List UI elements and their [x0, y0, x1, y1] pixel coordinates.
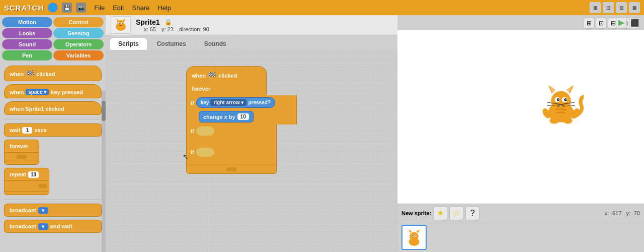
svg-point-19 — [566, 99, 567, 100]
block-broadcast[interactable]: broadcast ▾ — [4, 204, 102, 217]
sprite-x: 65 — [150, 26, 156, 32]
window-btn-2[interactable]: ⊡ — [603, 2, 614, 13]
stage-toolbar: ⊞ ⊡ ⊟ ⊠ ▶ ⬛ — [397, 15, 644, 30]
cat-motion[interactable]: Motion — [2, 17, 52, 27]
block-and-wait-label: and wait — [50, 223, 72, 229]
camera-icon[interactable]: 📷 — [76, 3, 86, 13]
block-key-input[interactable]: space ▾ — [26, 89, 49, 95]
block-broadcast-label: broadcast — [10, 207, 36, 213]
block-clicked-label: clicked — [36, 71, 55, 77]
block-key-label: key pressed — [51, 89, 83, 95]
block-if-empty-canvas[interactable]: if — [186, 124, 277, 137]
menu-edit[interactable]: Edit — [113, 4, 124, 12]
y-label: y: — [162, 26, 166, 32]
block-sprite-clicked[interactable]: when Sprite1 clicked — [4, 101, 102, 115]
green-flag-button[interactable]: ▶ — [616, 17, 627, 28]
surprise-button[interactable]: ? — [465, 206, 479, 220]
cat-looks[interactable]: Looks — [2, 28, 52, 38]
main-layout: Motion Control Looks Sensing Sound Opera… — [0, 15, 644, 252]
cat-operators[interactable]: Operators — [53, 39, 104, 49]
sprite-thumbnail — [111, 16, 131, 34]
if3-label: if — [191, 149, 194, 155]
script-area[interactable]: when 🏁 when 🏁 clicked clicked forever if — [106, 51, 397, 252]
view-btn-2[interactable]: ⊡ — [596, 18, 607, 29]
cat-sensing[interactable]: Sensing — [53, 28, 104, 38]
palette-divider-2 — [4, 199, 102, 200]
view-btn-1[interactable]: ⊞ — [584, 18, 595, 29]
empty-condition-slot — [196, 127, 214, 136]
block-forever[interactable]: forever — [4, 140, 39, 165]
condition-block[interactable]: key right arrow ▾ pressed? — [196, 97, 275, 108]
key-value-input[interactable]: right arrow ▾ — [210, 99, 247, 106]
window-controls: ⊞ ⊡ ⊟ ⊠ — [590, 2, 640, 13]
menu-bar: File Edit Share Help — [94, 4, 171, 12]
sprite-list-item-cat[interactable] — [401, 225, 427, 250]
canvas-when-label: when — [192, 73, 206, 79]
block-broadcast-wait[interactable]: broadcast ▾ and wait — [4, 220, 102, 233]
block-repeat-label: repeat — [10, 171, 26, 177]
block-repeat-val[interactable]: 10 — [28, 171, 39, 178]
sprite-list — [397, 222, 644, 252]
stop-button[interactable]: ⬛ — [629, 17, 640, 28]
block-when-key[interactable]: when space ▾ key pressed — [4, 84, 102, 98]
block-wait-val[interactable]: 1 — [22, 127, 32, 134]
block-broadcast-wait-input[interactable]: ▾ — [38, 223, 48, 230]
sprite-name: Sprite1 — [136, 18, 159, 26]
cat-sound[interactable]: Sound — [2, 39, 52, 49]
tab-sounds[interactable]: Sounds — [196, 37, 235, 50]
menu-share[interactable]: Share — [132, 4, 150, 12]
block-if-canvas[interactable]: if key right arrow ▾ pressed? — [186, 95, 297, 109]
window-btn-4[interactable]: ⊠ — [629, 2, 640, 13]
svg-point-16 — [557, 98, 559, 101]
block-when-clicked-canvas[interactable]: when 🏁 when 🏁 clicked clicked — [186, 66, 267, 82]
block-when-clicked-label: when — [10, 71, 24, 77]
cursor-icon: ↖ — [183, 153, 189, 161]
block-when-clicked[interactable]: when 🏁 clicked — [4, 66, 102, 81]
block-forever-canvas[interactable]: forever — [186, 82, 267, 95]
canvas-clicked-text: clicked — [218, 73, 237, 79]
cat-variables[interactable]: Variables — [53, 50, 104, 60]
pressed-label: pressed? — [248, 100, 270, 105]
block-inner-empty — [186, 137, 277, 146]
globe-icon[interactable]: 🌐 — [48, 3, 58, 13]
dir-label: direction: — [179, 26, 202, 32]
photo-star-button[interactable]: ☆ — [449, 206, 463, 220]
category-grid: Motion Control Looks Sensing Sound Opera… — [0, 15, 106, 62]
block-change-x[interactable]: change x by 10 — [186, 109, 297, 124]
svg-point-1 — [117, 20, 124, 27]
left-scrollbar[interactable] — [102, 91, 106, 252]
block-broadcast-input[interactable]: ▾ — [38, 207, 48, 214]
svg-point-35 — [416, 235, 417, 236]
change-x-val[interactable]: 10 — [237, 113, 249, 120]
tab-bar: Scripts Costumes Sounds — [106, 35, 397, 51]
block-when-label: when — [10, 89, 24, 95]
window-btn-1[interactable]: ⊞ — [590, 2, 601, 13]
right-panel: ⊞ ⊡ ⊟ ⊠ ▶ ⬛ — [397, 15, 644, 252]
paint-star-button[interactable]: ★ — [433, 206, 447, 220]
block-sprite-click-label: when Sprite1 clicked — [10, 106, 64, 112]
block-if-cursor[interactable]: if ↖ — [186, 146, 277, 158]
if-label: if — [191, 100, 194, 106]
stage-canvas[interactable] — [397, 30, 644, 204]
window-btn-3[interactable]: ⊟ — [616, 2, 627, 13]
script-stack-main: when 🏁 when 🏁 clicked clicked forever if — [186, 66, 297, 174]
block-inner-empty-2 — [186, 158, 277, 165]
cat-sprite — [538, 81, 584, 126]
stage-y: -70 — [632, 210, 640, 216]
sprite-list-cat-icon — [404, 227, 424, 247]
stage-status-bar: New sprite: ★ ☆ ? x: -617 y: -70 — [397, 204, 644, 222]
block-wait-label: wait — [10, 127, 20, 133]
save-icon[interactable]: 💾 — [62, 3, 72, 13]
empty-condition-slot-2 — [196, 148, 214, 157]
tab-costumes[interactable]: Costumes — [148, 37, 195, 50]
cat-pen[interactable]: Pen — [2, 50, 52, 60]
block-repeat[interactable]: repeat 10 — [4, 168, 49, 195]
cat-control[interactable]: Control — [53, 17, 104, 27]
menu-file[interactable]: File — [94, 4, 105, 12]
menu-help[interactable]: Help — [157, 4, 171, 12]
tab-scripts[interactable]: Scripts — [110, 37, 147, 50]
canvas-flag-icon: 🏁 — [208, 72, 216, 80]
x-label: x: — [144, 26, 148, 32]
svg-marker-31 — [417, 229, 420, 233]
block-wait[interactable]: wait 1 secs — [4, 123, 102, 137]
